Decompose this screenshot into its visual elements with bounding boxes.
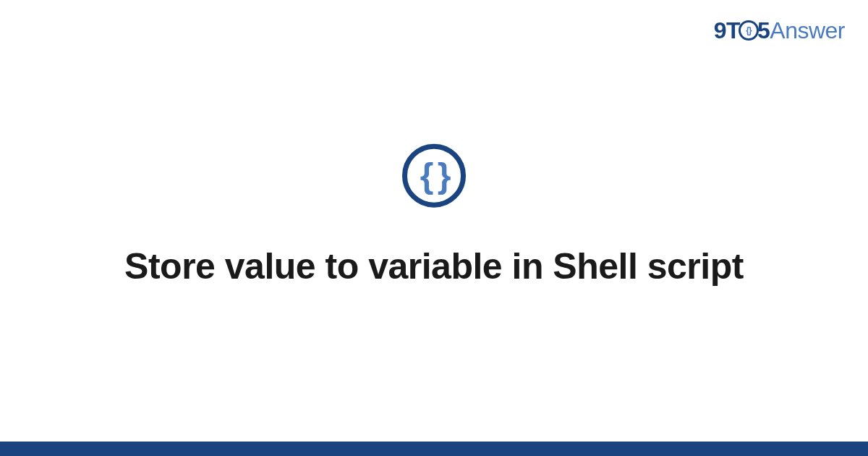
brand-text-answer: Answer [770,17,845,43]
braces-glyph: { } [420,159,448,193]
brand-logo: 9T{}5Answer [714,17,845,44]
bottom-accent-bar [0,442,868,456]
main-content: { } Store value to variable in Shell scr… [0,144,868,290]
brand-text-5: 5 [757,17,770,43]
brand-o-icon: {} [739,20,759,41]
page-title: Store value to variable in Shell script [0,244,868,290]
brand-text-9t: 9T [714,17,740,43]
code-braces-icon: { } [402,144,466,208]
brand-o-braces: {} [746,25,751,35]
